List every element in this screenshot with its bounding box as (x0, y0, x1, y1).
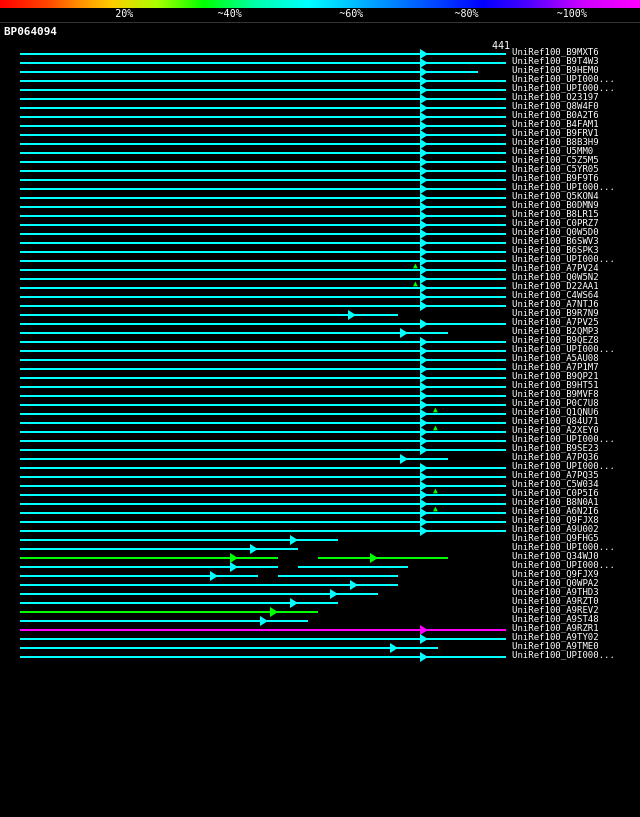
arrow-15 (420, 175, 428, 185)
color-seg-1 (0, 0, 47, 8)
right-label-11: UniRef100_U5MM0 (512, 147, 640, 156)
right-label-19: UniRef100_C0PRZ7 (512, 219, 640, 228)
right-label-26: UniRef100_D22AA1 (512, 282, 640, 291)
right-label-57: UniRef100_UPI000... (512, 561, 640, 570)
chart-area: 441 (18, 40, 510, 817)
arrow-4 (420, 76, 428, 86)
arrow-33 (420, 337, 428, 347)
arrow-65 (420, 625, 428, 635)
right-label-59: UniRef100_Q0WPA2 (512, 579, 640, 588)
svg-text:▲: ▲ (433, 504, 438, 513)
right-label-28: UniRef100_A7NTJ6 (512, 300, 640, 309)
right-label-20: UniRef100_Q0W5D0 (512, 228, 640, 237)
arrow-17 (420, 193, 428, 203)
arrow-43 (420, 427, 428, 437)
right-label-64: UniRef100_A9RZR1 (512, 624, 640, 633)
right-label-44: UniRef100_B9SE23 (512, 444, 640, 453)
arrow-29 (420, 301, 428, 311)
right-label-48: UniRef100_C5W034 (512, 480, 640, 489)
right-label-18: UniRef100_B8LR15 (512, 210, 640, 219)
pct-100: ~100% (557, 8, 587, 19)
title-bar: BP064094 (0, 22, 640, 40)
arrow-37 (420, 373, 428, 383)
right-label-12: UniRef100_C5Z5M5 (512, 156, 640, 165)
right-label-35: UniRef100_A7P1M7 (512, 363, 640, 372)
right-label-66: UniRef100_A9TME0 (512, 642, 640, 651)
arrow-6 (420, 94, 428, 104)
right-label-62: UniRef100_A9REV2 (512, 606, 640, 615)
arrow-39 (420, 391, 428, 401)
arrow-31 (420, 319, 428, 329)
arrow-2 (420, 58, 428, 68)
arrow-9 (420, 121, 428, 131)
arrow-68 (420, 652, 428, 662)
arrow-42 (420, 418, 428, 428)
right-label-46: UniRef100_UPI000... (512, 462, 640, 471)
arrow-22 (420, 238, 428, 248)
arrow-57a (230, 553, 238, 563)
arrow-49 (420, 481, 428, 491)
color-seg-10 (425, 0, 483, 8)
arrow-13 (420, 157, 428, 167)
right-label-23: UniRef100_UPI000... (512, 255, 640, 264)
pct-20: 20% (115, 8, 133, 19)
arrow-44 (420, 436, 428, 446)
arrow-57b (370, 553, 378, 563)
arrow-59 (210, 571, 218, 581)
right-label-32: UniRef100_B9QEZ8 (512, 336, 640, 345)
right-label-3: UniRef100_UPI000... (512, 75, 640, 84)
arrow-30 (348, 310, 356, 320)
right-label-33: UniRef100_UPI000... (512, 345, 640, 354)
arrow-8 (420, 112, 428, 122)
svg-text:▲: ▲ (433, 486, 438, 495)
svg-text:▲: ▲ (433, 423, 438, 432)
arrow-32 (400, 328, 408, 338)
arrow-53 (420, 517, 428, 527)
arrow-48 (420, 472, 428, 482)
arrow-10 (420, 130, 428, 140)
left-axis: I1 (0, 40, 18, 817)
right-label-40: UniRef100_Q1QNU6 (512, 408, 640, 417)
right-label-6: UniRef100_Q8W4F0 (512, 102, 640, 111)
right-label-10: UniRef100_B8B3H9 (512, 138, 640, 147)
right-labels: UniRef100_B9MXT6 UniRef100_B9T4W3 UniRef… (510, 40, 640, 817)
right-label-14: UniRef100_B9F9T6 (512, 174, 640, 183)
right-label-47: UniRef100_A7PQ35 (512, 471, 640, 480)
arrow-47 (420, 463, 428, 473)
right-label-13: UniRef100_C5YR05 (512, 165, 640, 174)
arrow-23 (420, 247, 428, 257)
arrow-20 (420, 220, 428, 230)
right-label-39: UniRef100_P0C7U8 (512, 399, 640, 408)
percent-labels: 20% ~40% ~60% ~80% ~100% (0, 8, 640, 22)
right-label-67: UniRef100_UPI000... (512, 651, 640, 660)
color-seg-4 (111, 0, 158, 8)
arrow-54 (420, 526, 428, 536)
right-label-54: UniRef100_Q9FHG5 (512, 534, 640, 543)
arrow-35 (420, 355, 428, 365)
arrow-51 (420, 499, 428, 509)
right-label-22: UniRef100_B6SPK3 (512, 246, 640, 255)
right-label-34: UniRef100_A5AU08 (512, 354, 640, 363)
right-label-8: UniRef100_B4FAM1 (512, 120, 640, 129)
arrow-21 (420, 229, 428, 239)
color-seg-11 (483, 0, 524, 8)
right-label-55: UniRef100_UPI000... (512, 543, 640, 552)
color-seg-12 (524, 0, 553, 8)
page-container: 20% ~40% ~60% ~80% ~100% BP064094 I1 441 (0, 0, 640, 817)
arrow-5 (420, 85, 428, 95)
arrow-36 (420, 364, 428, 374)
right-label-16: UniRef100_Q5KON4 (512, 192, 640, 201)
arrow-12 (420, 148, 428, 158)
color-seg-9 (367, 0, 425, 8)
right-label-45: UniRef100_A7PQ36 (512, 453, 640, 462)
right-label-63: UniRef100_A9ST48 (512, 615, 640, 624)
right-label-17: UniRef100_B0DMN9 (512, 201, 640, 210)
svg-text:▲: ▲ (433, 405, 438, 414)
right-label-30: UniRef100_A7PV25 (512, 318, 640, 327)
arrow-60 (350, 580, 358, 590)
arrow-14 (420, 166, 428, 176)
arrow-62 (290, 598, 298, 608)
arrow-28 (420, 292, 428, 302)
right-label-1: UniRef100_B9T4W3 (512, 57, 640, 66)
right-label-5: UniRef100_O23197 (512, 93, 640, 102)
